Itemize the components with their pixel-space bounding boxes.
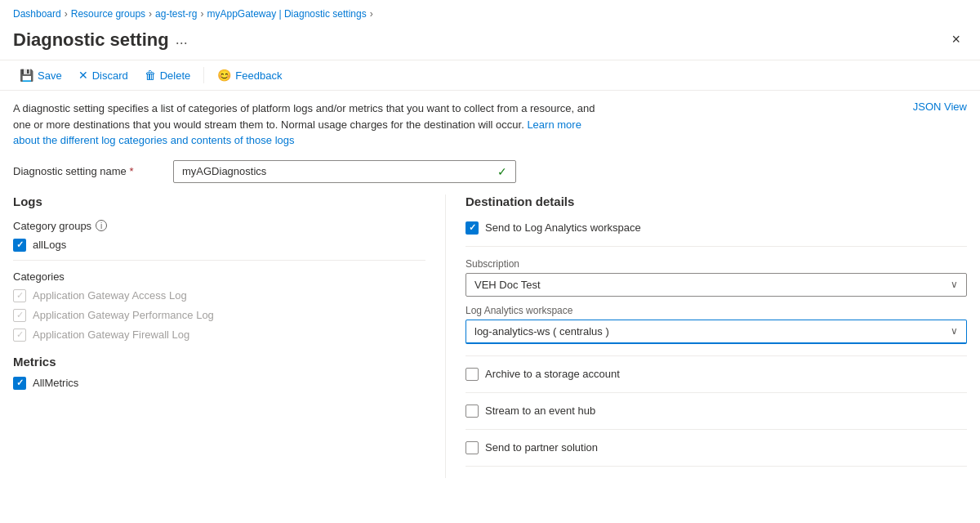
category-checkbox-0[interactable] [13, 289, 26, 302]
breadcrumb-resource-groups[interactable]: Resource groups [71, 8, 145, 20]
partner-solution-checkbox[interactable] [466, 441, 479, 454]
all-metrics-checkbox[interactable] [13, 377, 26, 390]
dest-divider-2 [466, 355, 967, 356]
page-ellipsis-menu[interactable]: ... [176, 31, 188, 48]
archive-storage-checkbox[interactable] [466, 368, 479, 381]
breadcrumb: Dashboard › Resource groups › ag-test-rg… [0, 0, 980, 25]
subscription-dropdown[interactable]: VEH Doc Test ∨ [466, 273, 967, 297]
discard-icon: ✕ [78, 69, 88, 82]
category-label-2: Application Gateway Firewall Log [33, 329, 189, 341]
partner-solution-label: Send to partner solution [485, 441, 598, 454]
category-checkbox-1[interactable] [13, 309, 26, 322]
left-column: Logs Category groups i allLogs Categorie… [13, 194, 446, 478]
workspace-field: Log Analytics workspace log-analytics-ws… [466, 305, 967, 344]
breadcrumb-gateway[interactable]: myAppGateway | Diagnostic settings [207, 8, 366, 20]
diagnostic-setting-name-field: Diagnostic setting name * ✓ [13, 160, 967, 183]
category-groups-label: Category groups i [13, 220, 425, 232]
required-indicator: * [129, 165, 133, 177]
delete-icon: 🗑 [145, 69, 156, 82]
description-text: A diagnostic setting specifies a list of… [13, 101, 601, 149]
subscription-field: Subscription VEH Doc Test ∨ [466, 258, 967, 297]
discard-button[interactable]: ✕ Discard [72, 65, 135, 85]
close-button[interactable]: × [945, 28, 967, 51]
toolbar-separator [203, 67, 204, 83]
two-column-layout: Logs Category groups i allLogs Categorie… [13, 194, 967, 478]
category-checkbox-2[interactable] [13, 329, 26, 342]
category-label-1: Application Gateway Performance Log [33, 309, 214, 321]
category-row-1: Application Gateway Performance Log [13, 309, 425, 322]
all-metrics-row: AllMetrics [13, 377, 425, 390]
log-analytics-row: Send to Log Analytics workspace [466, 221, 967, 235]
dest-divider-5 [466, 466, 967, 467]
delete-button[interactable]: 🗑 Delete [138, 65, 198, 85]
json-view-link[interactable]: JSON View [913, 101, 967, 113]
page-title: Diagnostic setting [13, 29, 169, 51]
workspace-dropdown[interactable]: log-analytics-ws ( centralus ) ∨ [466, 320, 967, 344]
field-input-box[interactable]: ✓ [173, 160, 516, 183]
all-logs-checkbox[interactable] [13, 239, 26, 252]
validation-checkmark: ✓ [497, 165, 507, 178]
feedback-icon: 😊 [217, 69, 231, 82]
category-row-0: Application Gateway Access Log [13, 289, 425, 302]
field-label: Diagnostic setting name * [13, 165, 160, 177]
save-button[interactable]: 💾 Save [13, 65, 69, 85]
event-hub-label: Stream to an event hub [485, 405, 595, 417]
dest-divider-3 [466, 392, 967, 393]
all-metrics-label: AllMetrics [33, 377, 78, 389]
partner-solution-row: Send to partner solution [466, 441, 967, 454]
log-analytics-label: Send to Log Analytics workspace [485, 221, 641, 234]
event-hub-checkbox[interactable] [466, 405, 479, 418]
dest-divider-1 [466, 246, 967, 247]
save-icon: 💾 [20, 69, 33, 82]
archive-storage-label: Archive to a storage account [485, 368, 620, 380]
category-label-0: Application Gateway Access Log [33, 289, 187, 302]
right-column: Destination details Send to Log Analytic… [446, 194, 967, 478]
all-logs-row: allLogs [13, 239, 425, 252]
breadcrumb-rg[interactable]: ag-test-rg [155, 8, 197, 20]
event-hub-row: Stream to an event hub [466, 405, 967, 418]
dest-divider-4 [466, 429, 967, 430]
page-header: Diagnostic setting ... × [0, 25, 980, 60]
subscription-chevron-icon: ∨ [951, 279, 958, 290]
metrics-section-title: Metrics [13, 355, 425, 369]
logs-section-title: Logs [13, 194, 425, 208]
categories-label: Categories [13, 270, 425, 283]
diagnostic-name-input[interactable] [182, 165, 497, 177]
toolbar: 💾 Save ✕ Discard 🗑 Delete 😊 Feedback [0, 60, 980, 91]
workspace-label: Log Analytics workspace [466, 305, 967, 316]
info-icon[interactable]: i [96, 220, 107, 231]
archive-storage-row: Archive to a storage account [466, 368, 967, 381]
breadcrumb-dashboard[interactable]: Dashboard [13, 8, 61, 20]
destination-section-title: Destination details [466, 194, 967, 208]
logs-divider [13, 260, 425, 261]
log-analytics-checkbox[interactable] [466, 221, 479, 235]
workspace-chevron-icon: ∨ [951, 325, 958, 337]
content-area: A diagnostic setting specifies a list of… [0, 91, 980, 488]
subscription-value: VEH Doc Test [474, 279, 541, 291]
subscription-label: Subscription [466, 258, 967, 270]
all-logs-label: allLogs [33, 239, 66, 251]
feedback-button[interactable]: 😊 Feedback [211, 65, 288, 85]
workspace-value: log-analytics-ws ( centralus ) [474, 325, 609, 337]
category-row-2: Application Gateway Firewall Log [13, 329, 425, 342]
